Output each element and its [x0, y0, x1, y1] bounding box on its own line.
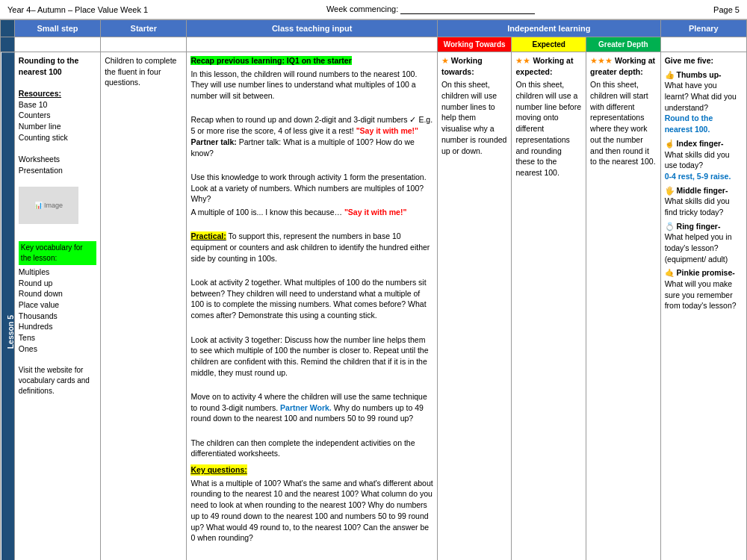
class-para4: A multiple of 100 is... I know this beca…	[190, 207, 433, 218]
sub-headers: Working Towards Expected Greater Depth	[1, 37, 747, 52]
working-towards-cell: ★ Working towards: On this sheet, childr…	[437, 52, 512, 561]
expected-content: ★★ Working at expected: On this sheet, c…	[515, 55, 582, 178]
middle-icon: 🖐	[665, 186, 677, 195]
expected-stars: ★★	[515, 56, 533, 65]
class-para8: The children can then complete the indep…	[190, 438, 433, 459]
lesson-header-blank	[1, 20, 15, 37]
pinkie-text: What will you make sure you remember fro…	[665, 279, 743, 311]
vocab-ones: Ones	[19, 343, 96, 355]
plenary-thumb: 👍 Thumbs up- What have you learnt? What …	[665, 69, 743, 135]
class-para2: Recap when to round up and down 2-digit …	[190, 114, 433, 158]
resource-base10: Base 10	[19, 99, 96, 111]
middle-label: Middle finger-	[677, 186, 728, 195]
resource-number-line: Number line	[19, 121, 96, 132]
middle-text: What skills did you find tricky today?	[665, 196, 743, 217]
header-middle: Week commencing:	[326, 4, 535, 14]
thumb-label: Thumbs up-	[677, 70, 722, 79]
recap-highlight: Recap previous learning: IQ1 on the star…	[190, 56, 351, 65]
blank-starter-sub	[101, 37, 187, 52]
working-towards-star: ★	[441, 56, 451, 65]
greater-depth-stars: ★★★	[590, 56, 615, 65]
expected-cell: ★★ Working at expected: On this sheet, c…	[512, 52, 586, 561]
working-towards-text: On this sheet, children will use number …	[441, 79, 508, 156]
working-towards-subheader: Working Towards	[437, 37, 512, 52]
plenary-cell: Give me five: 👍 Thumbs up- What have you…	[660, 52, 746, 561]
small-step-cell: Rounding to the nearest 100 Resources: B…	[14, 52, 100, 561]
plenary-ring: 💍 Ring finger- What helped you in today'…	[665, 221, 743, 265]
resources-label: Resources:	[19, 88, 96, 99]
class-para1: In this lesson, the children will round …	[190, 69, 433, 102]
plenary-header: Plenary	[660, 20, 746, 37]
key-vocab-label: Key vocabulary for the lesson:	[19, 241, 96, 265]
small-step-header: Small step	[14, 20, 100, 37]
plenary-middle: 🖐 Middle finger- What skills did you fin…	[665, 185, 743, 218]
key-questions-label: Key questions:	[190, 464, 247, 476]
resource-counters: Counters	[19, 110, 96, 121]
plenary-pinkie: 🤙 Pinkie promise- What will you make sur…	[665, 267, 743, 311]
class-para6: Look at activity 3 together: Discuss how…	[190, 335, 433, 379]
vocab-thousands: Thousands	[19, 311, 96, 322]
greater-depth-subheader: Greater Depth	[586, 37, 661, 52]
plenary-index: ☝ Index finger- What skills did you use …	[665, 138, 743, 182]
partner-work-label: Partner Work.	[280, 403, 332, 412]
pinkie-icon: 🤙	[665, 268, 677, 277]
independent-learning-header: Independent learning	[437, 20, 660, 37]
class-teaching-cell: Recap previous learning: IQ1 on the star…	[187, 52, 437, 561]
blank-sub	[1, 37, 15, 52]
blank-plenary-sub	[660, 37, 746, 52]
partner-talk-label: Partner talk:	[190, 137, 236, 146]
vocab-multiples: Multiples	[19, 267, 96, 278]
index-text: What skills did you use today?	[665, 149, 743, 171]
ring-text: What helped you in today's lesson? (equi…	[665, 231, 743, 264]
practical-para: Practical: To support this, represent th…	[190, 231, 433, 264]
vocab-list: Multiples Round up Round down Place valu…	[19, 267, 96, 355]
round-text: Round to the nearest 100.	[665, 113, 743, 134]
column-headers: Small step Starter Class teaching input …	[1, 20, 747, 37]
thumb-text: What have you learnt? What did you under…	[665, 80, 743, 113]
plenary-title: Give me five:	[665, 55, 743, 66]
header-left: Year 4– Autumn – Place Value Week 1	[7, 5, 148, 14]
practical-label: Practical:	[190, 231, 226, 240]
key-questions-text: What is a multiple of 100? What's the sa…	[190, 478, 433, 544]
class-para3: Use this knowledge to work through activ…	[190, 172, 433, 205]
index-icon: ☝	[665, 139, 677, 148]
ring-label: Ring finger-	[677, 222, 721, 231]
vocab-round-up: Round up	[19, 278, 96, 289]
expected-text: On this sheet, children will use a numbe…	[515, 79, 582, 178]
pinkie-label: Pinkie promise-	[677, 268, 735, 277]
starter-cell: Children to complete the fluent in four …	[101, 52, 187, 561]
visit-text: Visit the website for vocabulary cards a…	[19, 365, 96, 396]
lesson-table: Small step Starter Class teaching input …	[0, 19, 747, 560]
working-towards-content: ★ Working towards: On this sheet, childr…	[441, 55, 508, 156]
starter-header: Starter	[101, 20, 187, 37]
resource-counting-stick: Counting stick	[19, 132, 96, 143]
small-step-title: Rounding to the nearest 100	[19, 55, 96, 77]
class-para7: Move on to activity 4 where the children…	[190, 391, 433, 424]
lesson-row: Lesson 5 Rounding to the nearest 100 Res…	[1, 52, 747, 561]
greater-depth-cell: ★★★ Working at greater depth: On this sh…	[586, 52, 661, 561]
vocab-tens: Tens	[19, 332, 96, 343]
resource-worksheets: Worksheets	[19, 154, 96, 165]
class-para5: Look at activity 2 together. What multip…	[190, 277, 433, 321]
expected-subheader: Expected	[512, 37, 586, 52]
blank-small-step-sub	[14, 37, 100, 52]
greater-depth-content: ★★★ Working at greater depth: On this sh…	[590, 55, 657, 167]
lesson-number: Lesson 5	[1, 52, 15, 561]
header-right: Page 5	[713, 5, 740, 14]
blank-class-sub	[187, 37, 437, 52]
vocab-round-down: Round down	[19, 288, 96, 299]
index-score: 0-4 rest, 5-9 raise.	[665, 171, 743, 182]
thumb-icon: 👍	[665, 70, 677, 79]
greater-depth-text: On this sheet, children will start with …	[590, 79, 657, 167]
ring-icon: 💍	[665, 222, 677, 231]
index-label: Index finger-	[677, 139, 724, 148]
vocab-place-value: Place value	[19, 299, 96, 311]
class-teaching-header: Class teaching input	[187, 20, 437, 37]
resource-presentation: Presentation	[19, 165, 96, 176]
page-header: Year 4– Autumn – Place Value Week 1 Week…	[0, 0, 747, 19]
resource-image: 📊 Image	[19, 187, 78, 224]
starter-text: Children to complete the fluent in four …	[105, 55, 182, 88]
vocab-hundreds: Hundreds	[19, 321, 96, 332]
